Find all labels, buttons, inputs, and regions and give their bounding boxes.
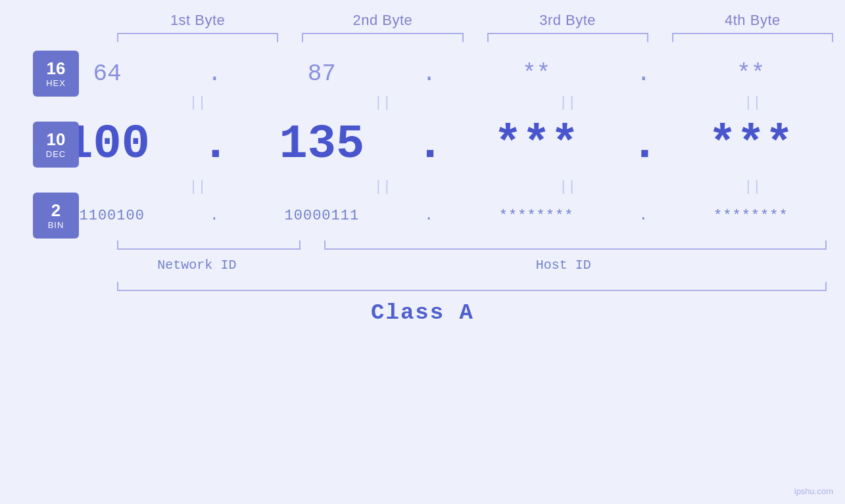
bottom-bracket-net: [117, 241, 301, 250]
eq-7: ||: [475, 179, 660, 195]
hex-val-3: **: [443, 60, 631, 87]
network-id-label: Network ID: [105, 258, 289, 273]
bin-dot-3: .: [631, 208, 657, 224]
id-labels-row: Network ID Host ID: [0, 258, 845, 273]
dec-values: 100 . 135 . *** . ***: [0, 118, 845, 172]
hex-badge: 16 HEX: [33, 51, 79, 97]
bin-dot-1: .: [201, 208, 228, 224]
hex-dot-3: .: [631, 60, 657, 87]
dec-row: 10 DEC 100 . 135 . *** . ***: [0, 112, 845, 177]
hex-val-2: 87: [228, 60, 416, 87]
eq-1: ||: [105, 95, 290, 111]
bin-dot-2: .: [416, 208, 443, 224]
eq-4: ||: [660, 95, 845, 111]
dec-dot-3: .: [631, 118, 657, 172]
eq-2: ||: [290, 95, 475, 111]
main-container: 1st Byte 2nd Byte 3rd Byte 4th Byte 16 H…: [0, 0, 845, 504]
host-id-label: Host ID: [289, 258, 838, 273]
bottom-bracket-host: [324, 241, 827, 250]
class-label: Class A: [371, 300, 474, 325]
eq-8: ||: [660, 179, 845, 195]
class-bracket: [117, 282, 827, 291]
bin-val-2: 10000111: [228, 208, 416, 224]
dec-dot-1: .: [201, 118, 228, 172]
top-brackets: [0, 33, 845, 46]
class-bracket-row: [0, 282, 845, 295]
top-bracket-3: [487, 33, 648, 42]
watermark: ipshu.com: [794, 486, 833, 496]
equals-row-1: || || || ||: [0, 93, 845, 112]
hex-dot-2: .: [416, 60, 443, 87]
byte-header-3: 3rd Byte: [475, 12, 660, 29]
equals-row-2: || || || ||: [0, 177, 845, 196]
dec-dot-2: .: [416, 118, 443, 172]
byte-header-4: 4th Byte: [660, 12, 845, 29]
byte-header-1: 1st Byte: [105, 12, 290, 29]
dec-badge: 10 DEC: [33, 122, 79, 168]
bottom-brackets: [0, 241, 845, 254]
top-bracket-4: [672, 33, 833, 42]
eq-6: ||: [290, 179, 475, 195]
hex-row: 16 HEX 64 . 87 . ** . **: [0, 54, 845, 93]
bin-values: 01100100 . 10000111 . ******** . *******…: [0, 208, 845, 224]
byte-headers: 1st Byte 2nd Byte 3rd Byte 4th Byte: [0, 12, 845, 29]
eq-5: ||: [105, 179, 290, 195]
dec-val-4: ***: [657, 118, 845, 172]
dec-val-2: 135: [228, 118, 416, 172]
hex-val-4: **: [657, 60, 845, 87]
eq-3: ||: [475, 95, 660, 111]
top-bracket-1: [117, 33, 278, 42]
bin-row: 2 BIN 01100100 . 10000111 . ******** . *…: [0, 196, 845, 235]
class-label-row: Class A: [0, 300, 845, 325]
hex-values: 64 . 87 . ** . **: [0, 60, 845, 87]
hex-dot-1: .: [201, 60, 228, 87]
dec-val-3: ***: [443, 118, 631, 172]
byte-header-2: 2nd Byte: [290, 12, 475, 29]
bin-val-3: ********: [443, 208, 631, 224]
bin-val-4: ********: [657, 208, 845, 224]
top-bracket-2: [302, 33, 463, 42]
bin-badge: 2 BIN: [33, 193, 79, 239]
